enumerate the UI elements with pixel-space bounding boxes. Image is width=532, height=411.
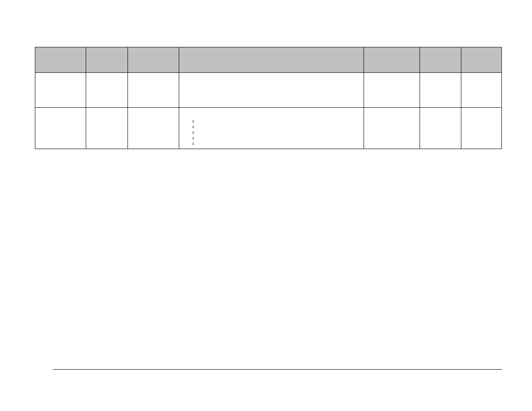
plus-minus-icon: ± xyxy=(192,130,194,135)
table-cell xyxy=(364,108,420,149)
footer-separator xyxy=(53,369,502,370)
table-cell xyxy=(86,108,128,149)
table-header-row xyxy=(35,47,502,73)
table-header-cell xyxy=(86,47,128,73)
table-cell xyxy=(179,73,364,108)
table-cell xyxy=(420,108,461,149)
table-cell xyxy=(364,73,420,108)
table-header-cell xyxy=(35,47,86,73)
plus-minus-icon: ± xyxy=(192,141,194,146)
table-cell xyxy=(35,108,86,149)
table-row xyxy=(35,73,502,108)
table-header-cell xyxy=(461,47,502,73)
table-cell xyxy=(128,73,179,108)
page: ± ± ± ± ± xyxy=(0,0,532,411)
table-row xyxy=(35,108,502,149)
table-header-cell xyxy=(364,47,420,73)
table-header-cell xyxy=(420,47,461,73)
table-cell xyxy=(461,73,502,108)
plus-minus-icon: ± xyxy=(192,118,194,124)
table-cell xyxy=(35,73,86,108)
table-cell xyxy=(461,108,502,149)
plus-minus-icon: ± xyxy=(192,124,194,130)
table-cell xyxy=(86,73,128,108)
plus-minus-icon: ± xyxy=(192,135,194,141)
table-cell xyxy=(128,108,179,149)
table-header-cell xyxy=(179,47,364,73)
table-cell xyxy=(179,108,364,149)
data-table xyxy=(35,47,502,149)
table-header-cell xyxy=(128,47,179,73)
plus-minus-list: ± ± ± ± ± xyxy=(192,118,194,146)
table-cell xyxy=(420,73,461,108)
